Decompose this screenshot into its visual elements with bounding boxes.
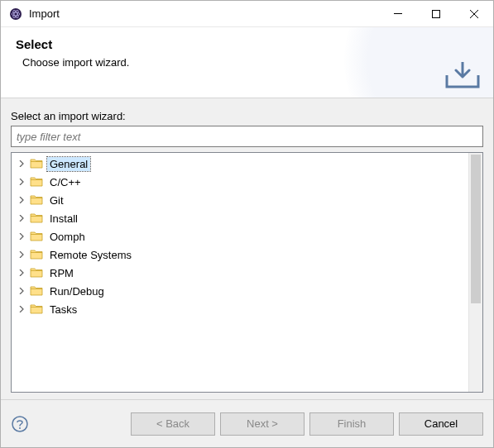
folder-icon [30, 193, 43, 207]
tree-item[interactable]: Oomph [12, 227, 468, 245]
svg-rect-5 [433, 10, 440, 17]
tree-item[interactable]: Run/Debug [12, 282, 468, 300]
chevron-right-icon[interactable] [17, 304, 26, 314]
chevron-right-icon[interactable] [17, 177, 26, 187]
chevron-right-icon[interactable] [17, 286, 26, 296]
cancel-button[interactable]: Cancel [399, 412, 483, 436]
button-bar: < Back Next > Finish Cancel [1, 399, 493, 447]
folder-icon [30, 175, 43, 188]
tree-item[interactable]: Tasks [12, 300, 468, 318]
folder-icon [30, 157, 43, 170]
scrollbar[interactable] [468, 153, 482, 392]
svg-rect-4 [394, 13, 402, 14]
eclipse-icon [9, 7, 22, 21]
tree-item-label: RPM [47, 266, 76, 280]
close-button[interactable] [455, 1, 493, 27]
tree-item-label: Install [47, 212, 80, 226]
finish-button[interactable]: Finish [309, 412, 394, 436]
chevron-right-icon[interactable] [17, 159, 26, 169]
folder-icon [30, 284, 43, 298]
folder-icon [30, 230, 43, 243]
chevron-right-icon[interactable] [17, 268, 26, 278]
chevron-right-icon[interactable] [17, 250, 26, 260]
help-icon[interactable] [11, 415, 29, 433]
filter-input[interactable] [11, 126, 483, 147]
tree-label: Select an import wizard: [11, 110, 483, 122]
chevron-right-icon[interactable] [17, 231, 26, 241]
scrollbar-thumb[interactable] [471, 155, 481, 303]
back-button[interactable]: < Back [131, 412, 215, 436]
maximize-button[interactable] [417, 1, 455, 27]
chevron-right-icon[interactable] [17, 213, 26, 223]
tree-item[interactable]: Git [12, 191, 468, 209]
folder-icon [30, 212, 43, 225]
window-title: Import [29, 7, 379, 20]
tree-item[interactable]: General [12, 155, 468, 173]
tree-item[interactable]: Remote Systems [12, 245, 468, 264]
tree-item-label: Remote Systems [47, 248, 134, 262]
tree-item[interactable]: RPM [12, 264, 468, 282]
next-button[interactable]: Next > [220, 412, 305, 436]
page-title: Select [16, 37, 478, 51]
tree-item-label: Oomph [47, 230, 88, 244]
folder-icon [30, 303, 43, 316]
tree-item-label: Run/Debug [47, 284, 107, 298]
svg-point-7 [19, 427, 21, 429]
svg-point-6 [12, 417, 27, 431]
page-subtitle: Choose import wizard. [22, 56, 478, 69]
content-area: Select an import wizard: GeneralC/C++Git… [1, 98, 493, 399]
chevron-right-icon[interactable] [17, 195, 26, 205]
tree-container: GeneralC/C++GitInstallOomphRemote System… [11, 152, 483, 393]
tree-item-label: Tasks [47, 303, 79, 317]
import-icon [445, 62, 480, 93]
wizard-tree[interactable]: GeneralC/C++GitInstallOomphRemote System… [12, 153, 468, 392]
folder-icon [30, 248, 43, 261]
tree-item-label: Git [47, 193, 66, 207]
wizard-banner: Select Choose import wizard. [1, 27, 493, 98]
titlebar: Import [1, 1, 493, 27]
tree-item[interactable]: Install [12, 209, 468, 227]
tree-item-label: General [47, 157, 90, 171]
minimize-button[interactable] [379, 1, 417, 27]
tree-item[interactable]: C/C++ [12, 173, 468, 191]
tree-item-label: C/C++ [47, 175, 84, 189]
folder-icon [30, 266, 43, 279]
